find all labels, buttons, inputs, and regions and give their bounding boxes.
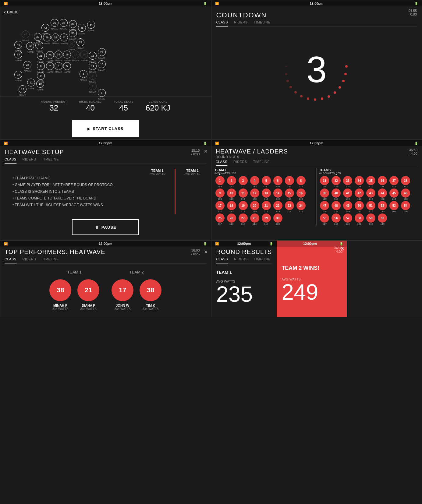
tab-timeline-2[interactable]: TIMELINE (254, 20, 271, 26)
wifi-icon-5: 📶 (4, 242, 8, 245)
battery-icon-1: 🔋 (203, 2, 207, 5)
stat-class-goal: CLASS GOAL 620 KJ (146, 100, 170, 113)
back-button[interactable]: BACK (0, 6, 211, 18)
winner-avg-value: 249 (282, 281, 342, 303)
tab-class-4[interactable]: CLASS (216, 160, 228, 166)
team-divider (175, 169, 176, 214)
tab-class-6[interactable]: CLASS (216, 257, 228, 263)
wifi-icon-6: 📶 (215, 242, 219, 245)
panel-round-results: 📶 12:00pm 🔋 ROUND RESULTS CLASS RIDERS T… (211, 240, 422, 317)
winner-section: TEAM 2 WINS! AVG WATTS 249 (277, 247, 347, 309)
setup-close-button[interactable]: ✕ (204, 149, 208, 154)
list-item: 41113 (342, 189, 353, 200)
performers-title: TOP PERFORMERS: HEATWAVE (5, 248, 207, 256)
svg-point-5 (328, 95, 330, 98)
list-item: 56116 (331, 213, 342, 225)
results-tabs: CLASS RIDERS TIMELINE (216, 257, 272, 264)
performers-team2: TEAM 2 17 JOHN W 334 WATTS 38 TIM K 334 … (112, 270, 161, 311)
ladders-timer: 36:30 - 4:00 (409, 148, 417, 155)
list-item: 5240 (261, 176, 272, 188)
pause-button[interactable]: ⏸ PAUSE (72, 219, 139, 235)
panel-countdown: 📶 12:00pm 🔋 04:55 - 0:03 COUNTDOWN CLASS… (211, 0, 422, 140)
list-item: 12198 (249, 189, 260, 200)
rule-5: TEAM WITH THE HIGHEST AVERAGE WATTS WINS (12, 202, 139, 208)
results-team1-avg: 235 (216, 283, 272, 305)
rule-2: GAME PLAYED FOR LAST THREE ROUDS OF PROT… (12, 182, 139, 188)
team2-column: TEAM 2 AVG WATTS (180, 169, 205, 175)
tab-class-5[interactable]: CLASS (5, 257, 16, 263)
countdown-timer: 04:55 - 0:03 (408, 9, 417, 16)
tab-timeline-6[interactable]: TIMELINE (254, 257, 271, 263)
wifi-icon-3: 📶 (4, 142, 8, 145)
list-item: 13116 (261, 189, 272, 200)
tab-timeline-3[interactable]: TIMELINE (42, 157, 59, 164)
results-right-panel: 12:00pm 🔋 36:30 - 4:00 ✕ TEAM 2 WINS! AV… (277, 241, 347, 317)
results-close-button[interactable]: ✕ (340, 245, 344, 251)
list-item: 18115 (226, 201, 237, 213)
tab-timeline-4[interactable]: TIMELINE (253, 160, 270, 166)
tab-class-3[interactable]: CLASS (5, 157, 16, 164)
tab-timeline-5[interactable]: TIMELINE (42, 257, 59, 263)
panel-heatwave-setup: 📶 12:00pm 🔋 15:15 - 0:30 ✕ HEATWAVE SETU… (0, 140, 211, 240)
tab-riders-5[interactable]: RIDERS (23, 257, 36, 263)
team2-performers-row: 17 JOHN W 334 WATTS 38 TIM K 334 WATTS (112, 279, 161, 311)
main-grid: 📶 12:00pm 🔋 BACK 39NAME 38NAME 37NAME 42… (0, 0, 422, 317)
battery-icon-2: 🔋 (414, 2, 418, 5)
list-item: 39110 (319, 189, 330, 200)
performers-close-button[interactable]: ✕ (204, 249, 208, 255)
list-item: 26113 (226, 213, 237, 225)
status-bar-1: 📶 12:00pm 🔋 (0, 0, 211, 6)
teams-divider (316, 168, 317, 225)
setup-tabs: CLASS RIDERS TIMELINE (5, 157, 207, 164)
list-item: 35116 (365, 176, 376, 188)
list-item: 42118 (354, 189, 365, 200)
performer-diana: 21 DIANA F 334 WATTS (77, 279, 99, 311)
countdown-tabs: CLASS RIDERS TIMELINE (216, 20, 417, 27)
tab-class-2[interactable]: CLASS (216, 20, 228, 26)
team-display: TEAM 1 AVG WATTS TEAM 2 AVG WATTS (145, 169, 205, 214)
ladders-team1: TEAM 1 AVG WATTS: 135 1293 2115 3116 411… (215, 168, 314, 225)
ladders-tabs: CLASS RIDERS TIMELINE (216, 160, 418, 166)
svg-point-10 (294, 91, 297, 93)
svg-point-6 (321, 97, 323, 100)
rules-list: TEAM BASED GAME GAME PLAYED FOR LAST THR… (6, 169, 145, 214)
tab-riders-4[interactable]: RIDERS (233, 160, 247, 166)
ladders-header: 36:30 - 4:00 HEATWAVE / LADDERS ROUND 3 … (211, 146, 422, 166)
performer-john: 17 JOHN W 334 WATTS (112, 279, 133, 311)
team2-header: TEAM 2 AVG WATTS: 135 (319, 168, 419, 175)
ladders-subtitle: ROUND 3 OF 5 (216, 155, 418, 159)
start-class-button[interactable]: START CLASS (72, 120, 139, 137)
svg-point-1 (344, 73, 347, 75)
team2-riders-grid: 31118 32711 33114 34118 35116 36114 3711… (319, 176, 419, 225)
team1-column: TEAM 1 AVG WATTS (145, 169, 170, 175)
play-icon (87, 126, 90, 131)
rule-1: TEAM BASED GAME (12, 175, 139, 182)
list-item: 54118 (400, 201, 411, 213)
riders-grid: 39NAME 38NAME 37NAME 42NAME 35NAME 34NAM… (3, 18, 208, 94)
tab-riders-6[interactable]: RIDERS (234, 257, 248, 263)
svg-point-7 (314, 98, 316, 101)
svg-point-9 (300, 95, 303, 97)
panel-top-performers: 📶 12:00pm 🔋 36:00 - 0:25 ✕ TOP PERFORMER… (0, 240, 211, 317)
list-item: 20115 (249, 201, 260, 213)
list-item: 55117 (319, 213, 330, 225)
svg-point-13 (285, 73, 287, 75)
ladders-team2: TEAM 2 AVG WATTS: 135 31118 32711 33114 … (319, 168, 419, 225)
performer-minah: 38 MINAH P 334 WATTS (49, 279, 71, 311)
status-bar-2: 📶 12:00pm 🔋 (211, 0, 422, 6)
performers-team1: TEAM 1 38 MINAH P 334 WATTS 21 DIANA F 3… (49, 270, 99, 311)
tab-riders-2[interactable]: RIDERS (234, 20, 248, 26)
list-item: 57115 (342, 213, 353, 225)
list-item: 28114 (249, 213, 260, 225)
heatwave-setup-header: 15:15 - 0:30 ✕ HEATWAVE SETUP CLASS RIDE… (0, 146, 211, 164)
battery-icon-5: 🔋 (203, 242, 207, 245)
status-bar-3: 📶 12:00pm 🔋 (0, 140, 211, 146)
list-item: 15116 (284, 189, 295, 200)
list-item: 16114 (296, 189, 307, 200)
tab-riders-3[interactable]: RIDERS (23, 157, 36, 164)
stat-total-seats: TOTAL SEATS 45 (114, 100, 133, 113)
countdown-title: COUNTDOWN (216, 9, 417, 20)
list-item: 29118 (261, 213, 272, 225)
results-left-panel: 📶 12:00pm 🔋 ROUND RESULTS CLASS RIDERS T… (211, 241, 277, 317)
stat-bikes-booked: BIKES BOOKED 40 (79, 100, 102, 113)
